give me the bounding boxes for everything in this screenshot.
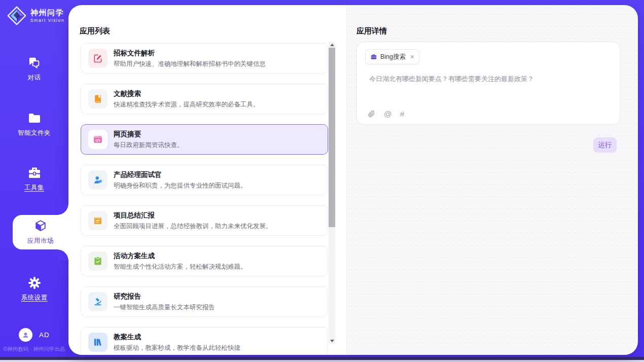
app-window: 神州问学 Smart Vision 对话 智能文件夹 工具集 <box>0 0 644 362</box>
sidebar-item-label: 系统设置 <box>21 294 48 302</box>
app-detail-title: 应用详情 <box>356 26 387 36</box>
prompt-card: Bing搜索 × 今日湖北有哪些新闻要点？有哪些需要关注的最新政策？ @ # <box>356 42 620 125</box>
desktop-edge <box>0 360 644 362</box>
app-card-book[interactable]: 文献搜索 快速精准查找学术资源，提高研究效率的必备工具。 <box>81 84 328 114</box>
app-list-panel: 应用列表 招标文件解析 帮助用户快速、准确地理解和解析招标书中的关键信息 <box>68 5 346 355</box>
triangle-up-icon <box>330 44 334 46</box>
note-icon <box>88 211 108 230</box>
books-icon <box>88 333 108 352</box>
sidebar-item-toolbox[interactable]: 工具集 <box>0 162 68 196</box>
app-card-books[interactable]: 教案生成 模板驱动，教案秒成，教学准备从此轻松快捷 <box>81 327 328 355</box>
triangle-down-icon <box>330 340 334 342</box>
app-card-desc: 一键智能生成高质量长文本研究报告 <box>114 303 215 312</box>
edit-doc-icon <box>88 49 108 68</box>
brand-logo: 神州问学 Smart Vision <box>7 6 64 26</box>
app-card-desc: 智能生成个性化活动方案，轻松解决规划难题。 <box>114 263 247 271</box>
app-card-title: 研究报告 <box>114 292 215 301</box>
sidebar-item-label: 应用市场 <box>27 237 54 245</box>
sidebar-item-label: 工具集 <box>24 184 44 192</box>
app-card-microscope[interactable]: 研究报告 一键智能生成高质量长文本研究报告 <box>81 286 328 317</box>
mention-icon[interactable]: @ <box>384 110 392 118</box>
input-toolbar: @ # <box>367 110 404 118</box>
diamond-logo-icon <box>7 6 27 26</box>
sidebar-item-label: 对话 <box>28 74 41 82</box>
app-card-interviewer[interactable]: 产品经理面试官 明确身份和职责，为您提供专业性的面试问题。 <box>81 165 328 195</box>
scrollbar-thumb[interactable] <box>329 48 335 227</box>
app-list-title: 应用列表 <box>80 26 110 36</box>
topic-hash-icon[interactable]: # <box>400 110 405 118</box>
user-account[interactable]: AD <box>0 328 68 342</box>
app-card-title: 产品经理面试官 <box>114 170 247 179</box>
tool-chip-label: Bing搜索 <box>380 53 406 61</box>
run-button[interactable]: 运行 <box>593 137 617 153</box>
app-card-title: 招标文件解析 <box>114 49 266 58</box>
app-card-title: 网页摘要 <box>114 130 184 139</box>
user-name: AD <box>39 331 50 339</box>
copyright-footer: ©神州数码 · 神州问学出品 <box>0 346 68 353</box>
app-card-note[interactable]: 项目总结汇报 全面回顾项目进展，总结经验教训，助力未来优化发展。 <box>81 205 328 236</box>
chat-icon <box>27 56 42 70</box>
app-card-desc: 帮助用户快速、准确地理解和解析招标书中的关键信息 <box>114 60 266 68</box>
person-icon <box>21 331 30 339</box>
tool-chip-bing-search[interactable]: Bing搜索 × <box>365 49 419 64</box>
clipboard-check-icon <box>88 251 108 271</box>
toolbox-icon <box>27 166 42 180</box>
app-card-clipboard-check[interactable]: 活动方案生成 智能生成个性化活动方案，轻松解决规划难题。 <box>81 246 328 276</box>
app-card-title: 活动方案生成 <box>114 251 247 261</box>
gear-icon <box>27 276 42 290</box>
sidebar-item-chat[interactable]: 对话 <box>0 52 68 86</box>
briefcase-icon <box>370 53 377 60</box>
main-content: 应用列表 招标文件解析 帮助用户快速、准确地理解和解析招标书中的关键信息 <box>68 5 638 355</box>
sidebar-item-gear[interactable]: 系统设置 <box>0 272 68 306</box>
interviewer-icon <box>88 170 108 190</box>
app-list: 招标文件解析 帮助用户快速、准确地理解和解析招标书中的关键信息 文献搜索 快速精… <box>81 43 328 355</box>
app-card-title: 教案生成 <box>114 333 240 342</box>
app-card-desc: 全面回顾项目进展，总结经验教训，助力未来优化发展。 <box>114 222 272 231</box>
sidebar-item-label: 智能文件夹 <box>18 129 51 137</box>
sidebar-item-folder[interactable]: 智能文件夹 <box>0 107 68 141</box>
app-card-desc: 每日政府新闻资讯快查。 <box>114 141 184 150</box>
app-card-desc: 明确身份和职责，为您提供专业性的面试问题。 <box>114 182 247 190</box>
app-card-desc: 模板驱动，教案秒成，教学准备从此轻松快捷 <box>114 344 240 352</box>
prompt-input[interactable]: 今日湖北有哪些新闻要点？有哪些需要关注的最新政策？ <box>368 74 609 105</box>
app-card-title: 项目总结汇报 <box>114 211 272 220</box>
list-scrollbar[interactable] <box>329 42 335 344</box>
paperclip-icon[interactable] <box>367 110 376 118</box>
book-icon <box>88 89 108 108</box>
scroll-down-button[interactable] <box>329 338 335 344</box>
microscope-icon <box>88 292 108 311</box>
app-card-desc: 快速精准查找学术资源，提高研究效率的必备工具。 <box>114 100 260 109</box>
app-detail-panel: 应用详情 Bing搜索 × 今日湖北有哪些新闻要点？有哪些需要关注的最新政策？ <box>346 5 638 355</box>
avatar[interactable] <box>19 328 32 342</box>
cube-icon <box>33 219 48 233</box>
app-card-title: 文献搜索 <box>114 89 260 98</box>
app-card-edit-doc[interactable]: 招标文件解析 帮助用户快速、准确地理解和解析招标书中的关键信息 <box>81 43 328 74</box>
scroll-up-button[interactable] <box>329 42 335 48</box>
app-card-browser-code[interactable]: 网页摘要 每日政府新闻资讯快查。 <box>81 124 328 155</box>
chip-close-icon[interactable]: × <box>410 53 414 60</box>
browser-code-icon <box>88 130 108 149</box>
brand-title: 神州问学 <box>30 9 64 17</box>
folder-icon <box>27 111 42 125</box>
sidebar-item-cube[interactable]: 应用市场 <box>13 215 68 249</box>
sidebar: 神州问学 Smart Vision 对话 智能文件夹 工具集 <box>0 0 68 362</box>
brand-subtitle: Smart Vision <box>30 18 64 23</box>
